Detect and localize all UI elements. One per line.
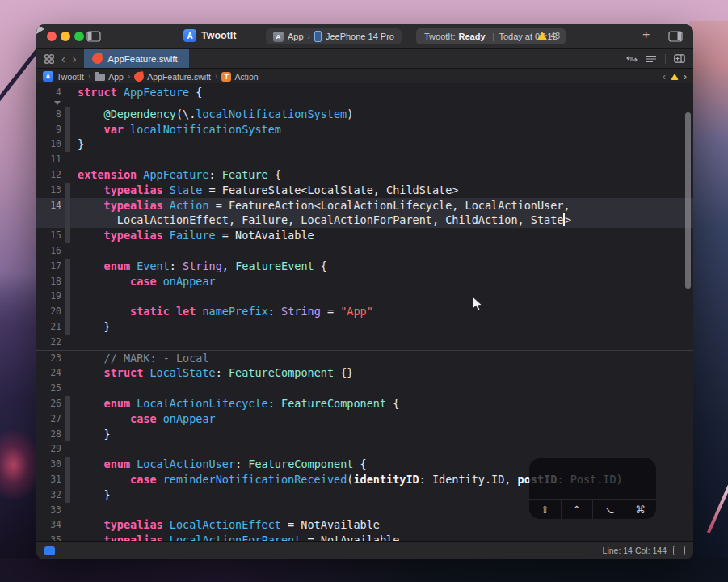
fold-ribbon[interactable] bbox=[64, 274, 72, 289]
fold-ribbon[interactable] bbox=[64, 351, 72, 366]
fold-collapsed-icon[interactable] bbox=[54, 101, 61, 105]
fold-ribbon[interactable] bbox=[64, 517, 72, 533]
code-line-28[interactable]: 28 } bbox=[36, 427, 693, 442]
add-button[interactable]: + bbox=[642, 27, 650, 42]
code-line-4[interactable]: 4struct AppFeature { bbox=[36, 85, 693, 100]
code-line-23[interactable]: 23 // MARK: - Local bbox=[36, 350, 693, 366]
issue-warning-icon[interactable] bbox=[671, 74, 679, 80]
line-number[interactable]: 34 bbox=[36, 517, 64, 533]
code-line-wrap[interactable]: LocalActionEffect, Failure, LocalActionF… bbox=[36, 213, 693, 228]
line-number[interactable]: 15 bbox=[36, 228, 64, 243]
fold-ribbon[interactable] bbox=[64, 472, 72, 487]
next-issue-button[interactable]: › bbox=[684, 72, 687, 82]
code-line-12[interactable]: 12extension AppFeature: Feature { bbox=[36, 167, 693, 183]
line-number[interactable]: 12 bbox=[36, 167, 64, 183]
line-number[interactable]: 18 bbox=[36, 274, 64, 289]
code-line-27[interactable]: 27 case onAppear bbox=[36, 411, 693, 427]
line-number[interactable]: 11 bbox=[36, 152, 64, 167]
line-number[interactable]: 21 bbox=[36, 319, 64, 335]
fold-ribbon[interactable] bbox=[64, 365, 72, 381]
scheme-target-label[interactable]: App bbox=[288, 32, 304, 41]
code-line-21[interactable]: 21 } bbox=[36, 319, 693, 335]
fold-ribbon[interactable] bbox=[64, 85, 72, 100]
line-number[interactable]: 17 bbox=[36, 259, 64, 274]
code-line-34[interactable]: 34 typealias LocalActionEffect = NotAvai… bbox=[36, 517, 693, 533]
breadcrumb-group[interactable]: App bbox=[95, 72, 124, 82]
code-line-19[interactable]: 19 bbox=[36, 289, 693, 304]
code-review-icon[interactable] bbox=[626, 55, 638, 63]
code-line-29[interactable]: 29 bbox=[36, 441, 693, 457]
scheme-selector[interactable]: A App › JeePhone 14 Pro bbox=[266, 28, 402, 44]
fold-ribbon[interactable] bbox=[64, 411, 72, 427]
line-number[interactable]: 27 bbox=[36, 411, 64, 427]
fold-ribbon[interactable] bbox=[64, 289, 72, 304]
scrollbar-thumb[interactable] bbox=[685, 112, 691, 289]
fold-ribbon[interactable] bbox=[64, 183, 72, 198]
fold-ribbon[interactable] bbox=[64, 152, 72, 167]
code-line-11[interactable]: 11 bbox=[36, 152, 693, 167]
line-number[interactable] bbox=[36, 213, 64, 228]
line-number[interactable]: 26 bbox=[36, 396, 64, 411]
code-line-24[interactable]: 24 struct LocalState: FeatureComponent {… bbox=[36, 365, 693, 381]
zoom-window-button[interactable] bbox=[74, 32, 84, 41]
warning-count-badge[interactable]: 43 bbox=[537, 31, 560, 40]
line-number[interactable]: 33 bbox=[36, 503, 64, 518]
code-line-26[interactable]: 26 enum LocalActionLifecycle: FeatureCom… bbox=[36, 396, 693, 411]
code-line-18[interactable]: 18 case onAppear bbox=[36, 274, 693, 289]
fold-ribbon[interactable] bbox=[64, 243, 72, 259]
minimap-icon[interactable] bbox=[646, 55, 657, 63]
fold-ribbon[interactable] bbox=[64, 228, 72, 243]
add-editor-icon[interactable] bbox=[674, 54, 685, 63]
scheme-device-label[interactable]: JeePhone 14 Pro bbox=[326, 32, 394, 41]
inspector-toggle-icon[interactable] bbox=[668, 31, 683, 42]
prev-issue-button[interactable]: ‹ bbox=[663, 72, 666, 82]
line-number[interactable]: 32 bbox=[36, 487, 64, 503]
line-number[interactable]: 28 bbox=[36, 427, 64, 442]
code-line-14[interactable]: 14 typealias Action = FeatureAction<Loca… bbox=[36, 198, 693, 213]
close-window-button[interactable] bbox=[47, 32, 57, 41]
code-line-15[interactable]: 15 typealias Failure = NotAvailable bbox=[36, 228, 693, 243]
line-number[interactable]: 14 bbox=[36, 198, 64, 213]
fold-ribbon[interactable] bbox=[64, 487, 72, 503]
fold-ribbon[interactable] bbox=[64, 137, 72, 152]
breadcrumb-file[interactable]: AppFeature.swift bbox=[134, 72, 211, 82]
code-line-25[interactable]: 25 bbox=[36, 381, 693, 396]
code-line-13[interactable]: 13 typealias State = FeatureState<LocalS… bbox=[36, 183, 693, 198]
fold-ribbon[interactable] bbox=[64, 457, 72, 472]
code-line-17[interactable]: 17 enum Event: String, FeatureEvent { bbox=[36, 259, 693, 274]
fold-ribbon[interactable] bbox=[64, 427, 72, 442]
line-number[interactable]: 29 bbox=[36, 441, 64, 457]
line-number[interactable]: 23 bbox=[36, 351, 64, 366]
line-number[interactable]: 4 bbox=[36, 85, 64, 100]
line-number[interactable]: 20 bbox=[36, 304, 64, 319]
line-number[interactable]: 22 bbox=[36, 335, 64, 350]
code-line-9[interactable]: 9 var localNotificationSystem bbox=[36, 122, 693, 137]
line-number[interactable]: 24 bbox=[36, 365, 64, 381]
code-line-10[interactable]: 10} bbox=[36, 137, 693, 152]
fold-ribbon[interactable] bbox=[64, 503, 72, 518]
fold-ribbon[interactable] bbox=[64, 259, 72, 274]
line-col-indicator[interactable]: Line: 14 Col: 144 bbox=[603, 546, 667, 555]
back-button[interactable]: ‹ bbox=[61, 53, 65, 65]
code-line-8[interactable]: 8 @Dependency(\.localNotificationSystem) bbox=[36, 107, 693, 122]
breadcrumb-symbol[interactable]: T Action bbox=[221, 72, 258, 82]
code-line-22[interactable]: 22 bbox=[36, 335, 693, 350]
fold-ribbon[interactable] bbox=[64, 335, 72, 350]
code-line-16[interactable]: 16 bbox=[36, 243, 693, 259]
line-number[interactable]: 19 bbox=[36, 289, 64, 304]
line-number[interactable]: 9 bbox=[36, 122, 64, 137]
fold-ribbon[interactable] bbox=[64, 396, 72, 411]
fold-ribbon[interactable] bbox=[64, 167, 72, 183]
fold-ribbon[interactable] bbox=[64, 441, 72, 457]
fold-ribbon[interactable] bbox=[64, 304, 72, 319]
code-line-20[interactable]: 20 static let namePrefix: String = "App" bbox=[36, 304, 693, 319]
line-number[interactable]: 30 bbox=[36, 457, 64, 472]
fold-ribbon[interactable] bbox=[64, 319, 72, 335]
fold-ribbon[interactable] bbox=[64, 381, 72, 396]
fold-ribbon[interactable] bbox=[64, 198, 72, 213]
tab-overview-icon[interactable] bbox=[44, 54, 54, 64]
forward-button[interactable]: › bbox=[73, 53, 77, 65]
tab-appfeature-swift[interactable]: AppFeature.swift bbox=[84, 49, 188, 68]
line-number[interactable]: 31 bbox=[36, 472, 64, 487]
line-number[interactable]: 10 bbox=[36, 137, 64, 152]
